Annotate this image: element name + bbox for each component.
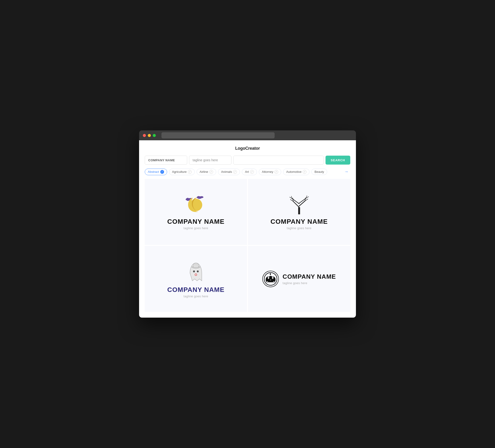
tree-icon [289, 194, 310, 215]
svg-rect-28 [270, 273, 271, 275]
logo-1-tagline: tagline goes here [184, 226, 208, 230]
app-header: LogoCreator [145, 146, 350, 151]
category-animals-label: Animals [221, 170, 232, 174]
logo-2-tagline: tagline goes here [287, 226, 312, 230]
extra-search-input[interactable] [233, 156, 324, 165]
category-attorney-label: Attorney [262, 170, 273, 174]
category-beauty[interactable]: Beauty [311, 168, 327, 175]
svg-point-22 [197, 270, 199, 272]
close-button[interactable] [143, 134, 146, 137]
attorney-check-icon: ✓ [274, 170, 278, 174]
svg-point-21 [193, 270, 195, 272]
categories-next-arrow[interactable]: → [342, 168, 350, 175]
moon-bats-icon [183, 194, 209, 215]
category-beauty-label: Beauty [315, 170, 324, 174]
logo-3-inner: COMPANY NAME tagline goes here [167, 260, 225, 298]
category-airline[interactable]: Airline ✓ [197, 168, 216, 175]
minimize-button[interactable] [148, 134, 151, 137]
browser-titlebar [139, 130, 356, 140]
logo-1-company-name: COMPANY NAME [167, 218, 225, 225]
category-agriculture-label: Agriculture [172, 170, 187, 174]
search-bar: SEARCH [145, 156, 350, 165]
automotive-check-icon: ✓ [303, 170, 306, 174]
logo-3-tagline: tagline goes here [184, 294, 208, 298]
browser-window: LogoCreator SEARCH Abstract ✓ Agricultur… [139, 130, 356, 318]
logo-4-tagline: tagline goes here [283, 281, 336, 285]
category-automotive[interactable]: Automotive ✓ [283, 168, 309, 175]
categories-bar: Abstract ✓ Agriculture ✓ Airline ✓ Anima… [145, 168, 350, 175]
svg-rect-8 [298, 207, 300, 214]
agriculture-check-icon: ✓ [188, 170, 192, 174]
category-attorney[interactable]: Attorney ✓ [259, 168, 281, 175]
logo-card-1[interactable]: COMPANY NAME tagline goes here [145, 179, 247, 245]
logo-card-3[interactable]: COMPANY NAME tagline goes here [145, 246, 247, 312]
logo-2-company-name: COMPANY NAME [271, 218, 328, 225]
tagline-input[interactable] [189, 156, 232, 165]
search-button[interactable]: SEARCH [326, 156, 350, 165]
category-art-label: Art [245, 170, 249, 174]
svg-line-9 [293, 201, 299, 207]
logo-3-company-name: COMPANY NAME [167, 286, 225, 294]
pumpkin-icon [262, 271, 279, 287]
app-title: LogoCreator [235, 146, 260, 151]
logo-4-company-name: COMPANY NAME [283, 273, 336, 280]
logo-card-4[interactable]: COMPANY NAME tagline goes here [248, 246, 350, 312]
logo-1-inner: COMPANY NAME tagline goes here [167, 194, 225, 230]
airline-check-icon: ✓ [209, 170, 213, 174]
category-animals[interactable]: Animals ✓ [218, 168, 240, 175]
category-airline-label: Airline [200, 170, 208, 174]
abstract-check-icon: ✓ [160, 170, 164, 174]
art-check-icon: ✓ [250, 170, 254, 174]
svg-point-24 [195, 274, 197, 275]
maximize-button[interactable] [153, 134, 156, 137]
category-agriculture[interactable]: Agriculture ✓ [169, 168, 195, 175]
category-abstract-label: Abstract [148, 170, 159, 174]
category-automotive-label: Automotive [286, 170, 302, 174]
logo-4-text-group: COMPANY NAME tagline goes here [283, 273, 336, 285]
animals-check-icon: ✓ [233, 170, 237, 174]
app-content: LogoCreator SEARCH Abstract ✓ Agricultur… [139, 140, 356, 318]
logo-grid: COMPANY NAME tagline goes here [145, 179, 350, 312]
logo-2-inner: COMPANY NAME tagline goes here [271, 194, 328, 230]
category-art[interactable]: Art ✓ [242, 168, 257, 175]
address-bar [162, 132, 275, 139]
ghost-icon [185, 260, 206, 284]
logo-card-2[interactable]: COMPANY NAME tagline goes here [248, 179, 350, 245]
company-name-input[interactable] [145, 156, 187, 165]
category-abstract[interactable]: Abstract ✓ [145, 168, 167, 175]
svg-rect-26 [193, 264, 198, 268]
svg-line-10 [299, 201, 305, 206]
logo-4-inner: COMPANY NAME tagline goes here [262, 271, 336, 287]
